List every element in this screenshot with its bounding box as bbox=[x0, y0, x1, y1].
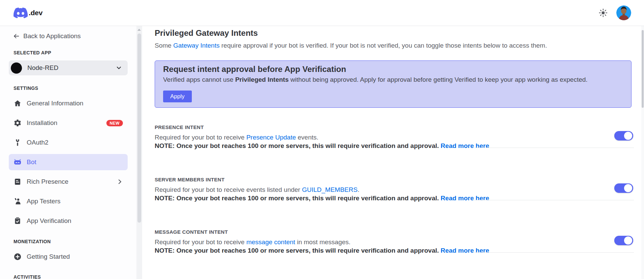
sun-icon bbox=[599, 8, 608, 17]
guild-members-link[interactable]: GUILD_MEMBERS bbox=[302, 186, 358, 193]
nav-label: Installation bbox=[27, 119, 57, 127]
nav-label: Rich Presence bbox=[27, 178, 69, 185]
discord-dev-logo[interactable]: .dev bbox=[14, 7, 43, 18]
message-content-intent-section: MESSAGE CONTENT INTENT Required for your… bbox=[155, 227, 632, 279]
page-scrollbar-thumb[interactable] bbox=[642, 30, 644, 108]
desc-suffix: events. bbox=[296, 134, 318, 141]
app-name: Node-RED bbox=[27, 64, 58, 72]
section-divider bbox=[474, 200, 634, 200]
intent-approval-callout: Request intent approval before App Verif… bbox=[155, 60, 632, 108]
presence-intent-toggle[interactable] bbox=[614, 131, 633, 141]
sidebar-item-installation[interactable]: Installation NEW bbox=[9, 115, 128, 131]
app-avatar bbox=[11, 62, 22, 74]
avatar-photo bbox=[616, 5, 631, 20]
back-arrow-icon bbox=[13, 33, 20, 40]
server-members-intent-toggle[interactable] bbox=[614, 183, 633, 193]
nav-label: OAuth2 bbox=[27, 139, 48, 146]
section-divider bbox=[474, 252, 634, 253]
message-content-link[interactable]: message content bbox=[246, 238, 295, 246]
discord-developer-portal: .dev bbox=[0, 0, 644, 279]
note-text: NOTE: Once your bot reaches 100 or more … bbox=[155, 195, 441, 202]
main-content: Privileged Gateway Intents Some Gateway … bbox=[142, 26, 644, 279]
desc-suffix: . bbox=[358, 186, 359, 193]
nav-label: App Verification bbox=[27, 217, 71, 225]
nav-label: General Information bbox=[27, 100, 83, 107]
note-text: NOTE: Once your bot reaches 100 or more … bbox=[155, 247, 441, 254]
theme-toggle-button[interactable] bbox=[599, 8, 608, 17]
user-avatar[interactable] bbox=[616, 5, 631, 20]
presence-intent-label: PRESENCE INTENT bbox=[155, 124, 632, 130]
nav-label: Getting Started bbox=[27, 253, 70, 260]
presence-intent-description: Required for your bot to receive Presenc… bbox=[155, 133, 632, 142]
intro-suffix: require approval if your bot is verified… bbox=[220, 42, 547, 49]
server-members-intent-label: SERVER MEMBERS INTENT bbox=[155, 177, 632, 182]
sidebar-item-general-information[interactable]: General Information bbox=[9, 95, 128, 111]
nav-label: Bot bbox=[27, 158, 36, 166]
desc-prefix: Required for your bot to receive events … bbox=[155, 186, 302, 193]
callout-body-suffix: without being approved. Apply for approv… bbox=[289, 76, 588, 83]
settings-heading: SETTINGS bbox=[14, 85, 136, 91]
intro-text: Some Gateway Intents require approval if… bbox=[155, 41, 632, 50]
nav-label: App Testers bbox=[27, 198, 60, 205]
back-to-applications-link[interactable]: Back to Applications bbox=[13, 32, 136, 40]
page-title: Privileged Gateway Intents bbox=[155, 28, 632, 38]
desc-suffix: in most messages. bbox=[295, 238, 351, 246]
settings-nav: General Information Installation NEW OAu… bbox=[0, 95, 136, 229]
toggle-knob bbox=[624, 132, 632, 140]
selected-app-heading: SELECTED APP bbox=[14, 50, 136, 56]
intro-prefix: Some bbox=[155, 42, 173, 49]
callout-body: Verified apps cannot use Privileged Inte… bbox=[163, 75, 623, 84]
toggle-knob bbox=[624, 236, 632, 245]
clipboard-check-icon bbox=[14, 217, 22, 225]
sidebar-item-rich-presence[interactable]: Rich Presence bbox=[9, 174, 128, 190]
sidebar-item-bot[interactable]: Bot bbox=[9, 154, 128, 170]
activities-heading: ACTIVITIES bbox=[14, 274, 136, 279]
chevron-right-icon bbox=[117, 179, 123, 185]
read-more-link[interactable]: Read more here bbox=[441, 195, 489, 202]
presence-intent-note: NOTE: Once your bot reaches 100 or more … bbox=[155, 142, 632, 150]
app-selector[interactable]: Node-RED bbox=[9, 60, 128, 75]
chevron-down-icon bbox=[115, 65, 122, 71]
bot-icon bbox=[14, 158, 22, 166]
message-content-intent-note: NOTE: Once your bot reaches 100 or more … bbox=[155, 246, 632, 255]
message-content-intent-label: MESSAGE CONTENT INTENT bbox=[155, 229, 632, 235]
read-more-link[interactable]: Read more here bbox=[441, 247, 489, 254]
callout-body-prefix: Verified apps cannot use bbox=[163, 76, 235, 83]
sidebar-item-oauth2[interactable]: OAuth2 bbox=[9, 134, 128, 151]
sidebar-item-app-verification[interactable]: App Verification bbox=[9, 213, 128, 229]
callout-body-bold: Privileged Intents bbox=[235, 76, 288, 83]
sidebar-item-getting-started[interactable]: Getting Started bbox=[9, 249, 128, 265]
sidebar-item-app-testers[interactable]: App Testers bbox=[9, 193, 128, 209]
person-raised-hand-icon bbox=[14, 197, 22, 205]
page-scrollbar[interactable] bbox=[641, 26, 644, 279]
gateway-intents-link[interactable]: Gateway Intents bbox=[173, 42, 220, 49]
message-content-intent-description: Required for your bot to receive message… bbox=[155, 238, 632, 246]
presence-intent-section: PRESENCE INTENT Required for your bot to… bbox=[155, 122, 632, 174]
document-icon bbox=[14, 178, 22, 186]
sidebar-scrollbar[interactable] bbox=[136, 26, 142, 279]
server-members-intent-description: Required for your bot to receive events … bbox=[155, 185, 632, 194]
sidebar: Back to Applications SELECTED APP Node-R… bbox=[0, 26, 136, 279]
scrollbar-up-arrow[interactable] bbox=[137, 29, 141, 31]
top-header: .dev bbox=[0, 0, 644, 26]
gear-icon bbox=[14, 119, 22, 127]
discord-logo-icon bbox=[14, 7, 28, 18]
section-divider bbox=[474, 148, 634, 148]
logo-dev-text: .dev bbox=[29, 9, 43, 17]
monetization-heading: MONETIZATION bbox=[14, 239, 136, 245]
new-badge: NEW bbox=[106, 120, 123, 126]
scrollbar-thumb[interactable] bbox=[137, 33, 141, 223]
server-members-intent-note: NOTE: Once your bot reaches 100 or more … bbox=[155, 194, 632, 202]
home-icon bbox=[14, 99, 22, 107]
apply-button[interactable]: Apply bbox=[163, 91, 192, 102]
desc-prefix: Required for your bot to receive bbox=[155, 238, 246, 246]
toggle-knob bbox=[624, 184, 632, 192]
plus-circle-icon bbox=[14, 253, 22, 261]
desc-prefix: Required for your bot to receive bbox=[155, 134, 246, 141]
presence-update-link[interactable]: Presence Update bbox=[246, 134, 296, 141]
read-more-link[interactable]: Read more here bbox=[441, 142, 489, 149]
note-text: NOTE: Once your bot reaches 100 or more … bbox=[155, 142, 441, 149]
message-content-intent-toggle[interactable] bbox=[614, 236, 633, 245]
callout-title: Request intent approval before App Verif… bbox=[163, 64, 623, 74]
server-members-intent-section: SERVER MEMBERS INTENT Required for your … bbox=[155, 174, 632, 227]
